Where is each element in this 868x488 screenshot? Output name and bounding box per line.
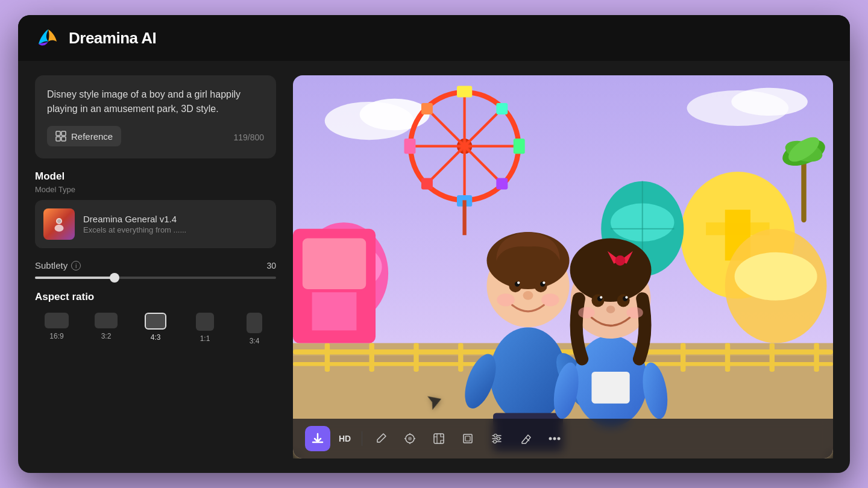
svg-point-107 [553, 437, 556, 440]
aspect-label-16-9: 16:9 [49, 332, 63, 340]
prompt-bottom-row: Reference 119/800 [47, 126, 264, 146]
subtlety-value: 30 [266, 261, 276, 271]
subtlety-label-row: Subtlety i [35, 260, 81, 271]
aspect-3-2[interactable]: 3:2 [84, 313, 128, 345]
svg-point-6 [57, 219, 61, 224]
svg-rect-101 [465, 436, 470, 441]
svg-point-102 [494, 434, 497, 437]
svg-point-86 [625, 296, 627, 298]
svg-point-103 [497, 437, 500, 440]
image-panel: HD [293, 75, 833, 458]
magic-icon [404, 433, 416, 445]
svg-rect-47 [369, 343, 374, 371]
svg-point-94 [408, 437, 412, 440]
edit-icon [375, 433, 387, 445]
aspect-box-1-1 [196, 313, 214, 331]
svg-rect-55 [725, 343, 730, 371]
svg-point-106 [549, 437, 552, 440]
eraser-icon [520, 433, 532, 445]
main-content: Disney style image of a boy and a girl h… [18, 61, 850, 473]
download-icon [311, 432, 324, 445]
model-name: Dreamina General v1.4 [83, 214, 268, 224]
model-thumbnail-icon [50, 215, 68, 233]
subtlety-slider[interactable] [35, 277, 276, 279]
svg-rect-3 [61, 137, 66, 141]
svg-rect-23 [496, 178, 508, 189]
eraser-button[interactable] [513, 426, 538, 451]
svg-rect-100 [464, 434, 472, 443]
model-section: Model Model Type Dreamina General v1.4 E… [35, 170, 276, 248]
subtlety-info-icon[interactable]: i [71, 261, 81, 271]
more-icon [549, 437, 561, 440]
model-card[interactable]: Dreamina General v1.4 Excels at everythi… [35, 200, 276, 248]
svg-point-85 [600, 296, 602, 298]
magic-button[interactable] [397, 426, 423, 451]
svg-point-37 [735, 252, 817, 301]
aspect-1-1[interactable]: 1:1 [183, 313, 227, 345]
model-section-label: Model [35, 170, 276, 183]
svg-rect-0 [56, 131, 60, 136]
aspect-ratio-label: Aspect ratio [35, 291, 276, 303]
svg-point-68 [517, 281, 520, 284]
svg-rect-25 [421, 178, 433, 189]
svg-rect-18 [457, 86, 472, 98]
svg-point-89 [626, 307, 643, 318]
model-type-label: Model Type [35, 185, 276, 194]
subtlety-header: Subtlety i 30 [35, 260, 276, 271]
aspect-16-9[interactable]: 16:9 [35, 313, 78, 345]
aspect-4-3[interactable]: 4:3 [134, 313, 177, 345]
svg-point-88 [578, 307, 594, 318]
app-container: Dreamina AI Disney style image of a boy … [18, 15, 850, 473]
generated-image-scene [293, 75, 833, 458]
svg-rect-46 [325, 343, 330, 371]
hd-label[interactable]: HD [334, 434, 356, 443]
svg-point-5 [55, 225, 64, 232]
image-toolbar: HD [293, 419, 833, 458]
svg-rect-57 [814, 343, 819, 371]
svg-point-82 [617, 294, 630, 307]
svg-marker-92 [427, 392, 444, 410]
svg-rect-48 [414, 343, 418, 371]
expand-button[interactable] [426, 426, 451, 451]
prompt-text: Disney style image of a boy and a girl h… [47, 87, 264, 116]
header: Dreamina AI [18, 15, 850, 61]
edit-button[interactable] [368, 426, 394, 451]
svg-point-72 [541, 293, 559, 306]
crop-icon [462, 433, 474, 445]
slider-fill [35, 277, 115, 279]
reference-icon [55, 131, 66, 142]
adjust-button[interactable] [484, 426, 509, 451]
reference-label: Reference [71, 131, 113, 142]
download-button[interactable] [305, 426, 330, 451]
crop-button[interactable] [455, 426, 480, 451]
svg-point-80 [615, 255, 625, 266]
model-desc: Excels at everything from ...... [83, 225, 268, 234]
more-button[interactable] [542, 426, 567, 451]
subtlety-label: Subtlety [35, 260, 68, 271]
reference-button[interactable]: Reference [47, 126, 121, 146]
toolbar-divider-1 [362, 431, 362, 446]
svg-point-11 [731, 88, 807, 116]
model-info: Dreamina General v1.4 Excels at everythi… [83, 214, 268, 234]
svg-rect-54 [681, 343, 685, 371]
aspect-3-4[interactable]: 3:4 [233, 313, 276, 345]
svg-point-81 [591, 294, 604, 307]
svg-point-104 [494, 440, 497, 443]
svg-point-79 [570, 239, 652, 302]
svg-rect-22 [421, 103, 433, 114]
aspect-options: 16:9 3:2 4:3 1:1 [35, 313, 276, 345]
char-counter: 119/800 [233, 133, 264, 142]
svg-rect-2 [56, 137, 60, 141]
svg-point-108 [558, 437, 561, 440]
svg-point-87 [606, 305, 615, 313]
aspect-box-3-2 [95, 313, 118, 328]
slider-thumb[interactable] [110, 273, 119, 283]
svg-rect-60 [312, 292, 357, 330]
svg-rect-59 [303, 239, 366, 289]
svg-rect-99 [434, 434, 444, 443]
model-thumbnail [43, 208, 75, 240]
prompt-box: Disney style image of a boy and a girl h… [35, 75, 276, 158]
svg-point-69 [542, 281, 545, 284]
svg-point-65 [535, 280, 547, 292]
app-title: Dreamina AI [69, 29, 156, 48]
